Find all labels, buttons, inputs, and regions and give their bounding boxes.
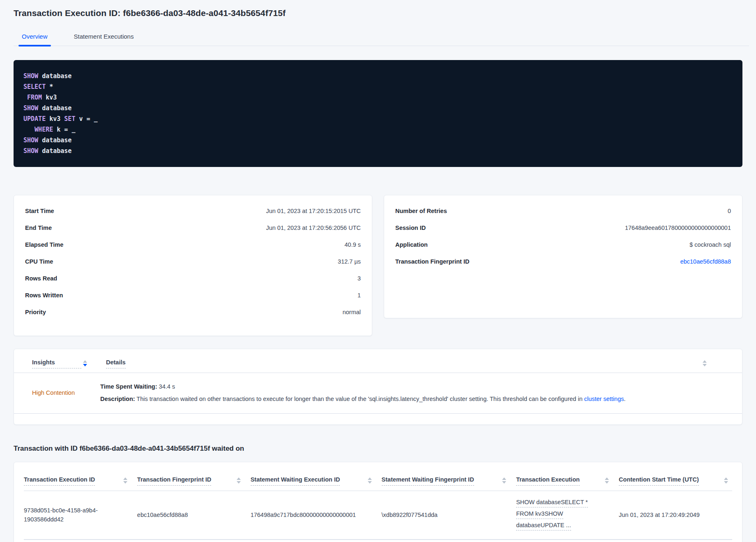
cluster-settings-link[interactable]: cluster settings xyxy=(584,396,624,402)
stat-value: normal xyxy=(343,309,361,315)
divider xyxy=(14,413,742,414)
column-header-statement-waiting-fingerprint-id: Statement Waiting Fingerprint ID xyxy=(382,476,516,491)
sort-icon[interactable] xyxy=(502,476,506,484)
stat-label: Rows Read xyxy=(25,275,57,282)
stat-label: Elapsed Time xyxy=(25,241,63,248)
summary-cards-row: Start Time Jun 01, 2023 at 17:20:15:2015… xyxy=(14,195,742,336)
transaction-execution-link[interactable]: SHOW databaseSELECT * FROM kv3SHOW datab… xyxy=(516,498,611,532)
stat-value: 1 xyxy=(357,292,361,299)
cell-transaction-execution-id: 9738d051-bc0e-4158-a9b4-1903586ddd42 xyxy=(24,491,137,540)
sort-up-arrow-icon xyxy=(605,477,609,480)
time-spent-waiting: Time Spent Waiting: 34.4 s xyxy=(100,380,625,393)
stat-value: 3 xyxy=(357,275,361,282)
sort-icon[interactable] xyxy=(83,359,87,366)
meta-row-retries: Number of Retries 0 xyxy=(395,208,731,225)
sort-up-arrow-icon xyxy=(724,477,728,480)
waited-on-header-row: Transaction Execution ID Transaction Fin… xyxy=(24,476,732,491)
sql-line: FROM kv3 xyxy=(23,92,733,103)
cell-statement-waiting-fingerprint-id: \xdb8922f077541dda xyxy=(382,491,516,540)
stat-row-rows-read: Rows Read 3 xyxy=(25,275,361,292)
sort-down-arrow-icon xyxy=(368,481,372,484)
insights-card: Insights Details High Contention Time Sp… xyxy=(14,349,742,425)
sql-line: SHOW database xyxy=(23,71,733,81)
stat-label: CPU Time xyxy=(25,258,53,265)
insight-details: Time Spent Waiting: 34.4 s Description: … xyxy=(100,380,625,405)
table-bottom-spacer xyxy=(24,540,732,542)
meta-label: Number of Retries xyxy=(395,208,447,214)
stat-value: Jun 01, 2023 at 17:20:15:2015 UTC xyxy=(266,208,361,214)
meta-label: Application xyxy=(395,241,428,248)
sort-up-arrow-icon xyxy=(123,477,127,480)
cell-contention-start-time: Jun 01, 2023 at 17:20:49:2049 xyxy=(619,491,732,540)
meta-value: $ cockroach sql xyxy=(689,241,731,248)
cell-transaction-fingerprint-id: ebc10ae56cfd88a8 xyxy=(137,491,251,540)
sort-up-arrow-icon xyxy=(502,477,506,480)
meta-row-application: Application $ cockroach sql xyxy=(395,241,731,258)
insight-description: Description: This transaction waited on … xyxy=(100,393,625,405)
sort-down-arrow-icon xyxy=(502,481,506,484)
waited-on-data-row: 9738d051-bc0e-4158-a9b4-1903586ddd42 ebc… xyxy=(24,491,732,540)
stat-value: 312.7 µs xyxy=(338,258,361,265)
sort-up-arrow-icon xyxy=(237,477,241,480)
stat-row-priority: Priority normal xyxy=(25,309,361,326)
column-header-transaction-fingerprint-id: Transaction Fingerprint ID xyxy=(137,476,251,491)
sort-up-arrow-icon xyxy=(703,360,707,363)
insights-table-header: Insights Details xyxy=(14,359,742,368)
meta-label: Session ID xyxy=(395,225,426,231)
meta-value: 17648a9eea6017800000000000000001 xyxy=(625,225,731,231)
details-column-header[interactable]: Details xyxy=(106,359,126,368)
tab-statement-executions[interactable]: Statement Executions xyxy=(72,30,136,46)
sql-line: UPDATE kv3 SET v = _ xyxy=(23,113,733,124)
sql-line: WHERE k = _ xyxy=(23,124,733,135)
sql-line: SHOW database xyxy=(23,135,733,146)
stat-label: Start Time xyxy=(25,208,54,214)
stat-row-cpu-time: CPU Time 312.7 µs xyxy=(25,258,361,275)
sort-up-arrow-icon xyxy=(83,360,87,363)
sort-icon[interactable] xyxy=(605,476,609,484)
sql-line: SHOW database xyxy=(23,146,733,156)
sql-line: SHOW database xyxy=(23,103,733,113)
sort-down-arrow-icon xyxy=(724,481,728,484)
sort-icon[interactable] xyxy=(724,476,728,484)
sort-down-arrow-icon xyxy=(83,364,87,366)
execution-meta-card: Number of Retries 0 Session ID 17648a9ee… xyxy=(384,195,742,318)
waited-on-table: Transaction Execution ID Transaction Fin… xyxy=(24,476,732,540)
stat-label: Priority xyxy=(25,309,46,315)
insights-column-header[interactable]: Insights xyxy=(32,359,81,368)
sort-icon[interactable] xyxy=(703,359,707,366)
transaction-fingerprint-link[interactable]: ebc10ae56cfd88a8 xyxy=(680,258,731,265)
stat-label: End Time xyxy=(25,225,52,231)
stat-row-end-time: End Time Jun 01, 2023 at 17:20:56:2056 U… xyxy=(25,225,361,241)
sort-down-arrow-icon xyxy=(237,481,241,484)
column-header-transaction-execution: Transaction Execution xyxy=(516,476,619,491)
sql-statements-box: SHOW database SELECT * FROM kv3 SHOW dat… xyxy=(14,60,742,167)
meta-row-fingerprint-id: Transaction Fingerprint ID ebc10ae56cfd8… xyxy=(395,258,731,275)
page-title: Transaction Execution ID: f6be6366-da03-… xyxy=(14,8,749,18)
sort-icon[interactable] xyxy=(368,476,372,484)
execution-stats-card: Start Time Jun 01, 2023 at 17:20:15:2015… xyxy=(14,195,372,336)
transaction-execution-details-page: Transaction Execution ID: f6be6366-da03-… xyxy=(0,0,756,542)
meta-value: 0 xyxy=(728,208,731,214)
sort-down-arrow-icon xyxy=(123,481,127,484)
column-header-transaction-execution-id: Transaction Execution ID xyxy=(24,476,137,491)
meta-row-session-id: Session ID 17648a9eea6017800000000000000… xyxy=(395,225,731,241)
insight-row: High Contention Time Spent Waiting: 34.4… xyxy=(14,373,742,413)
sort-icon[interactable] xyxy=(237,476,241,484)
stat-value: Jun 01, 2023 at 17:20:56:2056 UTC xyxy=(266,225,361,231)
waited-on-table-card: Transaction Execution ID Transaction Fin… xyxy=(14,462,742,542)
cell-transaction-execution: SHOW databaseSELECT * FROM kv3SHOW datab… xyxy=(516,491,619,540)
sql-line: SELECT * xyxy=(23,81,733,92)
sort-down-arrow-icon xyxy=(703,364,707,366)
cell-statement-waiting-execution-id: 176498a9c717bdc80000000000000001 xyxy=(251,491,382,540)
sort-up-arrow-icon xyxy=(368,477,372,480)
stat-value: 40.9 s xyxy=(345,241,361,248)
sort-icon[interactable] xyxy=(123,476,127,484)
column-header-statement-waiting-execution-id: Statement Waiting Execution ID xyxy=(251,476,382,491)
stat-row-rows-written: Rows Written 1 xyxy=(25,292,361,309)
stat-row-elapsed-time: Elapsed Time 40.9 s xyxy=(25,241,361,258)
tab-overview[interactable]: Overview xyxy=(20,30,49,46)
column-header-contention-start-time: Contention Start Time (UTC) xyxy=(619,476,732,491)
insight-badge: High Contention xyxy=(32,389,100,396)
meta-label: Transaction Fingerprint ID xyxy=(395,258,469,265)
tab-bar: Overview Statement Executions xyxy=(14,30,749,46)
